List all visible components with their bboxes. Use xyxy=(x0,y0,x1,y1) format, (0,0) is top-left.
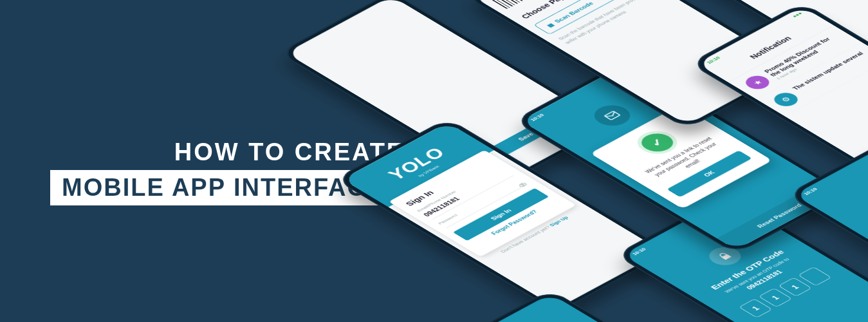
system-icon: ⚙ xyxy=(770,90,802,109)
signup-prompt: Don't have account yet? Sign Up xyxy=(479,205,589,265)
otp-digit[interactable]: 1 xyxy=(759,288,793,307)
svg-point-0 xyxy=(519,182,527,187)
eye-icon[interactable] xyxy=(516,181,530,189)
status-bar: 10:10●●● xyxy=(622,198,738,261)
signin-button[interactable]: Sign In xyxy=(453,188,549,241)
phone-mockup-scene: Save YOLO by VPBank Sign In Email/Phone … xyxy=(230,0,868,322)
otp-input-boxes[interactable]: 1 1 1 xyxy=(734,264,836,320)
field-password-value[interactable] xyxy=(441,181,528,228)
svg-point-1 xyxy=(521,184,524,185)
signup-prompt-text: Don't have account yet? xyxy=(499,225,553,254)
otp-digit[interactable] xyxy=(798,267,832,286)
status-time: 10:10 xyxy=(631,247,647,256)
otp-digit[interactable]: 1 xyxy=(739,299,773,318)
signup-link[interactable]: Sign Up xyxy=(548,216,569,227)
mail-icon xyxy=(587,101,637,129)
field-password-label: Password xyxy=(437,178,523,225)
forgot-password-link[interactable]: Forgot Password? xyxy=(467,196,562,249)
reset-password-button[interactable]: Reset Password xyxy=(717,182,841,250)
promo-icon: ★ xyxy=(741,73,774,91)
status-time: 10:10 xyxy=(530,113,546,122)
otp-number: 0942118181 xyxy=(719,255,810,304)
otp-sub: We've sent you an OTP code to xyxy=(712,251,801,299)
status-icons: ●●● xyxy=(791,12,804,19)
checkmark-icon: ✓ xyxy=(635,130,679,155)
otp-title: Enter the OTP Code xyxy=(701,245,793,295)
otp-digit[interactable]: 1 xyxy=(778,278,812,297)
otp-content: Enter the OTP Code We've sent you an OTP… xyxy=(633,204,847,322)
